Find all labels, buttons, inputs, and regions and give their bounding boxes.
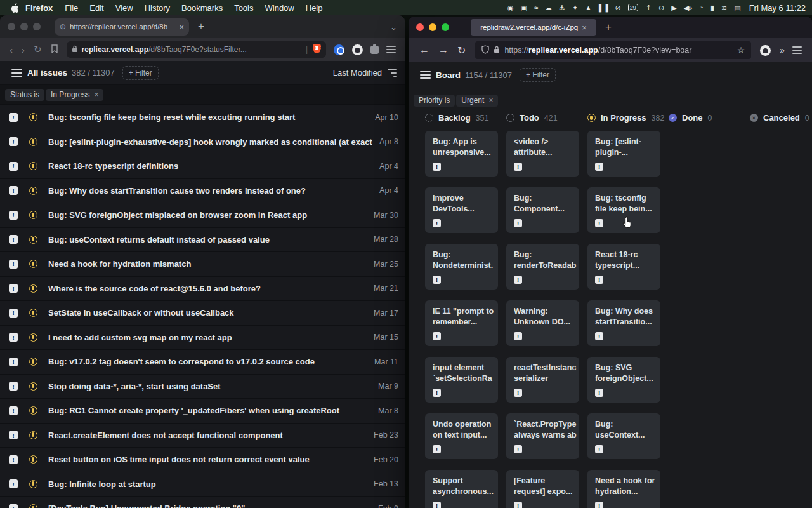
zoom-window-button[interactable] xyxy=(33,23,41,30)
issue-row[interactable]: !Bug: [eslint-plugin-exhaustive-deps] ho… xyxy=(0,130,405,155)
browser-menu-icon[interactable] xyxy=(792,44,802,56)
back-button[interactable]: ‹ xyxy=(10,44,13,55)
issue-row[interactable]: !I need to add custom svg map on my reac… xyxy=(0,326,405,351)
sort-label[interactable]: Last Modified xyxy=(333,68,382,77)
issue-row[interactable]: !Bug: SVG foreignObject misplaced on bro… xyxy=(0,203,405,228)
volume-icon[interactable]: ◀» xyxy=(684,4,692,12)
window-manager-icon[interactable]: ▌▐ xyxy=(599,4,608,11)
issue-row[interactable]: !Where is the source code of react@15.6.… xyxy=(0,277,405,302)
issue-card[interactable]: [Featurerequest] expo...! xyxy=(506,470,579,508)
issue-card[interactable]: reactTestInstancserializer! xyxy=(506,357,579,403)
close-window-button[interactable] xyxy=(8,23,15,30)
filter-field-chip[interactable]: Priority is xyxy=(414,95,455,107)
share-icon[interactable]: ↥ xyxy=(646,4,651,12)
issue-card[interactable]: Supportasynchronous...! xyxy=(425,470,498,508)
docker-icon[interactable]: ⚓ xyxy=(559,4,565,12)
close-tab-icon[interactable]: × xyxy=(179,22,184,32)
issue-row[interactable]: !Bug: v17.0.2 tag doesn't seem to corres… xyxy=(0,350,405,375)
cloud-icon[interactable]: ☁ xyxy=(545,4,551,12)
url-bar[interactable]: https:// repliear.vercel.app /d/8bTaoq7F… xyxy=(475,41,751,59)
menu-item-help[interactable]: Help xyxy=(306,3,323,13)
back-button[interactable]: ← xyxy=(419,44,429,56)
active-app-name[interactable]: Firefox xyxy=(25,3,53,13)
issue-card[interactable]: Warning:Unknown DO...! xyxy=(506,300,579,346)
warp-icon[interactable]: ≈ xyxy=(534,4,537,11)
issue-row[interactable]: ![DevTools Bug] Unsupported Bridge opera… xyxy=(0,497,405,508)
control-center-icon[interactable]: ▤ xyxy=(734,4,740,12)
menu-item-window[interactable]: Window xyxy=(265,3,294,13)
sort-icon[interactable] xyxy=(387,67,397,79)
issue-card[interactable]: Bug: [eslint-plugin-...! xyxy=(587,131,660,177)
menu-clock[interactable]: Fri May 6 11:22 xyxy=(749,3,806,13)
issue-row[interactable]: !Reset button on iOS time input does not… xyxy=(0,448,405,472)
browser-tab[interactable]: replidraw2.vercel.app/d/c-iZpq × xyxy=(471,19,596,36)
issue-card[interactable]: Undo operationon text input...! xyxy=(425,413,498,459)
onepassword-extension-icon[interactable] xyxy=(334,44,344,55)
apple-menu-icon[interactable] xyxy=(6,3,20,13)
battery-icon[interactable]: ▮ xyxy=(710,4,714,12)
issue-row[interactable]: !Need a hook for hydration mismatchMar 2… xyxy=(0,252,405,277)
reload-button[interactable]: ↻ xyxy=(34,44,42,55)
filter-value-chip[interactable]: In Progress × xyxy=(46,89,103,101)
github-extension-icon[interactable] xyxy=(352,44,363,55)
issue-card[interactable]: Bug:Nondeterminist.! xyxy=(425,244,498,290)
toolbar-overflow-icon[interactable]: » xyxy=(780,45,783,55)
tab-overflow-icon[interactable]: ⌄ xyxy=(390,22,397,32)
issue-card[interactable]: Bug:Component...! xyxy=(506,187,579,233)
filter-value-chip[interactable]: Urgent × xyxy=(456,95,498,107)
filter-field-chip[interactable]: Status is xyxy=(5,89,44,101)
issue-card[interactable]: ImproveDevTools...! xyxy=(425,187,498,233)
reload-button[interactable]: ↻ xyxy=(457,44,466,57)
issue-row[interactable]: !Bug: tsconfig file keep being reset whi… xyxy=(0,105,405,130)
issue-card[interactable]: Need a hook forhydration...! xyxy=(587,470,660,508)
screen-record-icon[interactable]: ◉ xyxy=(508,4,513,12)
issue-card[interactable]: input element`setSelectionRa! xyxy=(425,357,498,403)
menu-item-bookmarks[interactable]: Bookmarks xyxy=(181,3,223,13)
issue-row[interactable]: !Bug: useContext returns default instead… xyxy=(0,228,405,253)
browser-tab[interactable]: ⊕ https://repliear.vercel.app/d/8b × xyxy=(55,18,189,36)
bookmark-star-icon[interactable]: ☆ xyxy=(737,45,745,55)
menu-item-edit[interactable]: Edit xyxy=(89,3,103,13)
remove-filter-icon[interactable]: × xyxy=(488,96,493,105)
bookmark-icon[interactable] xyxy=(51,44,58,55)
camera-icon[interactable]: ▣ xyxy=(521,4,527,12)
issue-card[interactable]: Bug: App isunresponsive...! xyxy=(425,131,498,177)
siri-icon[interactable]: ◔ xyxy=(699,4,703,11)
new-tab-button[interactable]: + xyxy=(198,20,204,33)
menu-item-history[interactable]: History xyxy=(145,3,170,13)
issue-row[interactable]: !React.createElement does not accept fun… xyxy=(0,424,405,448)
issue-row[interactable]: !Bug: Infinite loop at startupFeb 13 xyxy=(0,472,405,497)
forward-button[interactable]: → xyxy=(438,44,449,56)
play-icon[interactable]: ▶ xyxy=(671,4,676,12)
shutdown-icon[interactable]: ⊙ xyxy=(658,4,664,12)
issue-row[interactable]: !Bug: RC1 Cannot create property '_updat… xyxy=(0,399,405,424)
app-menu-icon[interactable] xyxy=(11,67,22,79)
tracking-shield-icon[interactable] xyxy=(481,45,489,56)
menu-item-file[interactable]: File xyxy=(65,3,78,13)
issue-card[interactable]: React 18-rctypescript...! xyxy=(587,244,660,290)
brave-shield-icon[interactable] xyxy=(313,44,321,55)
issue-row[interactable]: !React 18-rc typescript definitionsApr 4 xyxy=(0,154,405,179)
add-filter-button[interactable]: + Filter xyxy=(122,66,159,80)
app-menu-icon[interactable] xyxy=(420,69,431,81)
extension-puzzle-icon[interactable] xyxy=(370,46,379,54)
add-filter-button[interactable]: + Filter xyxy=(520,68,556,82)
issue-card[interactable]: IE 11 "prompt toremember...! xyxy=(425,300,498,346)
dropbox-icon[interactable]: ✦ xyxy=(572,4,577,12)
issue-row[interactable]: !SetState in useCallback or without useC… xyxy=(0,301,405,326)
github-extension-icon[interactable] xyxy=(760,45,771,56)
menu-item-tools[interactable]: Tools xyxy=(234,3,253,13)
browser-menu-icon[interactable] xyxy=(386,44,396,55)
issue-row[interactable]: !Bug: Why does startTransition cause two… xyxy=(0,179,405,204)
remove-filter-icon[interactable]: × xyxy=(94,90,98,99)
minimize-window-button[interactable] xyxy=(20,23,28,30)
zoom-window-button[interactable] xyxy=(442,23,449,31)
onepassword-icon[interactable]: ⊘ xyxy=(615,4,620,12)
keynote-icon[interactable]: ▲ xyxy=(585,4,591,11)
close-window-button[interactable] xyxy=(416,23,424,31)
url-bar[interactable]: repliear.vercel.app /d/8bTaoq7F0e?status… xyxy=(67,41,326,58)
issue-row[interactable]: !Stop doing data-*, aria-*, start using … xyxy=(0,375,405,399)
issue-card[interactable]: Bug: SVGforeignObject...! xyxy=(587,357,660,403)
new-tab-button[interactable]: + xyxy=(605,21,612,34)
forward-button[interactable]: › xyxy=(22,44,25,55)
